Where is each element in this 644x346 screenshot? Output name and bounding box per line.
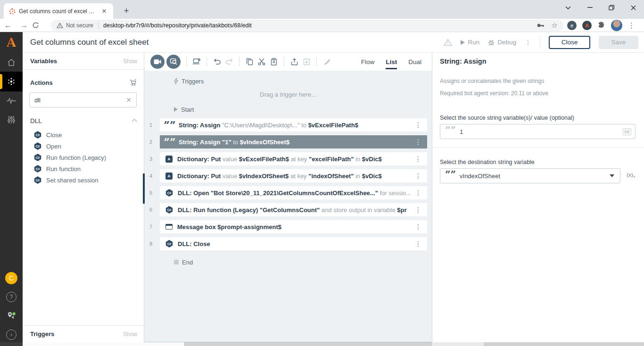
edit-disabled-button[interactable] — [321, 56, 333, 68]
password-key-icon[interactable] — [537, 23, 545, 28]
new-tab-button[interactable]: + — [120, 4, 133, 17]
capture-button[interactable] — [166, 55, 181, 69]
tab-close-icon[interactable]: ✕ — [100, 7, 108, 16]
row-menu-icon[interactable]: ⋮ — [413, 138, 423, 146]
action-row[interactable]: ””String: Assign "1" to $vIndexOfSheet$⋮ — [160, 135, 427, 148]
reload-button[interactable] — [32, 22, 48, 29]
string-quote-icon: ”” — [445, 173, 456, 176]
divider — [540, 37, 540, 48]
row-menu-icon[interactable]: ⋮ — [413, 172, 423, 180]
rail-activity-button[interactable] — [0, 91, 23, 110]
extension-automation-anywhere-icon[interactable]: A — [582, 21, 592, 30]
action-row[interactable]: Message box $prompt-assignment$⋮ — [160, 220, 427, 233]
profile-avatar[interactable] — [611, 20, 622, 31]
action-row[interactable]: C#DLL: Close⋮ — [160, 237, 427, 250]
rail-settings-button[interactable] — [0, 110, 23, 129]
horizontal-scrollbar[interactable] — [0, 342, 644, 346]
rail-user-avatar[interactable]: C — [0, 269, 23, 288]
divider — [239, 57, 239, 66]
browser-tab[interactable]: Get columns count of excel sheet ✕ — [4, 3, 113, 19]
canvas-scrollbar-thumb[interactable] — [143, 173, 145, 204]
bookmark-star-icon[interactable]: ☆ — [552, 21, 558, 30]
rail-home-button[interactable] — [0, 53, 23, 72]
rail-help-button[interactable]: ? — [0, 288, 23, 306]
window-minimize-button[interactable] — [579, 0, 601, 15]
dll-package-icon: C# — [34, 165, 41, 173]
window-menu-chevron-icon[interactable] — [557, 0, 579, 15]
browser-menu-icon[interactable]: ⋮ — [628, 21, 636, 30]
actions-search-input[interactable] — [34, 97, 126, 104]
insert-variable-icon[interactable]: (x) — [623, 128, 632, 135]
extension-e-icon[interactable]: e — [567, 21, 577, 30]
forward-button[interactable]: → — [16, 21, 32, 30]
paste-button[interactable] — [268, 56, 280, 68]
undo-button[interactable] — [211, 56, 223, 68]
extensions-puzzle-icon[interactable] — [597, 21, 605, 29]
redo-button[interactable] — [223, 56, 235, 68]
actions-search-field[interactable]: ✕ — [29, 92, 137, 107]
action-row-text: DLL: Close — [178, 240, 413, 247]
rail-actions-button[interactable] — [0, 72, 23, 91]
triggers-show-link[interactable]: Show — [123, 331, 137, 338]
view-tab-dual[interactable]: Dual — [408, 53, 421, 71]
debug-button[interactable]: Debug — [488, 39, 516, 46]
source-value-input[interactable] — [460, 128, 622, 135]
end-node[interactable]: End — [144, 258, 432, 266]
window-close-button[interactable] — [622, 0, 644, 15]
record-button[interactable] — [150, 55, 165, 69]
row-menu-icon[interactable]: ⋮ — [413, 121, 423, 129]
copy-button[interactable] — [243, 56, 256, 68]
action-row[interactable]: ADictionary: Put value $vIndexOfSheet$ a… — [160, 169, 427, 182]
detail-panel-description: Assigns or concatenates the given string… — [440, 78, 636, 84]
warning-triangle-icon — [444, 39, 452, 46]
dll-package-icon: C# — [34, 131, 41, 139]
string-assign-icon: ”” — [165, 138, 174, 146]
view-tab-list[interactable]: List — [386, 53, 397, 71]
source-value-field[interactable]: ”” (x) — [440, 124, 636, 139]
string-assign-icon: ”” — [165, 121, 174, 129]
dll-group-header[interactable]: DLL — [23, 116, 144, 125]
recorder-device-button[interactable] — [190, 56, 203, 68]
import-button[interactable] — [300, 56, 313, 68]
sidebar-action-item[interactable]: C#Run function (Legacy) — [23, 152, 144, 163]
create-variable-button[interactable]: (x)+ — [627, 172, 636, 179]
action-row[interactable]: ADictionary: Put value $vExcelFilePath$ … — [160, 152, 427, 165]
view-tab-flow[interactable]: Flow — [361, 53, 375, 71]
destination-variable-select[interactable]: ”” vIndexOfSheet — [440, 168, 620, 183]
sidebar-action-item[interactable]: C#Set shared session — [23, 174, 144, 186]
chevron-down-icon — [610, 174, 614, 177]
action-row[interactable]: C#DLL: Open "Bot Store\20_11_2021\GetCol… — [160, 186, 427, 199]
dll-icon: C# — [165, 206, 173, 214]
scrollbar-thumb[interactable] — [23, 342, 184, 346]
window-restore-button[interactable] — [601, 0, 622, 15]
sidebar-action-item[interactable]: C#Close — [23, 129, 144, 140]
automation-anywhere-logo[interactable]: A — [0, 32, 23, 53]
back-button[interactable]: ← — [0, 21, 16, 30]
row-menu-icon[interactable]: ⋮ — [413, 223, 423, 231]
row-number: 2 — [144, 139, 156, 145]
close-button[interactable]: Close — [549, 36, 590, 49]
cut-button[interactable] — [256, 56, 268, 68]
row-menu-icon[interactable]: ⋮ — [413, 155, 423, 163]
start-node[interactable]: Start — [144, 105, 432, 114]
row-menu-icon[interactable]: ⋮ — [413, 206, 423, 214]
row-menu-icon[interactable]: ⋮ — [413, 189, 423, 197]
address-bar[interactable]: Not secure desktop-tvbr7r9/#/bots/reposi… — [51, 20, 563, 31]
clear-search-icon[interactable]: ✕ — [126, 96, 132, 104]
divider — [284, 57, 284, 66]
action-row[interactable]: C#DLL: Run function (Legacy) "GetColumns… — [160, 203, 427, 216]
save-button[interactable]: Save — [599, 36, 638, 49]
rail-expand-button[interactable]: › — [0, 325, 23, 344]
export-button[interactable] — [288, 56, 300, 68]
triggers-lane[interactable]: Triggers — [144, 77, 432, 85]
more-options-icon[interactable]: ⋮ — [525, 39, 531, 46]
action-row[interactable]: ””String: Assign "C:\Users\Magdi\Desktop… — [160, 118, 427, 132]
row-menu-icon[interactable]: ⋮ — [413, 240, 423, 247]
bot-store-icon[interactable] — [129, 79, 137, 86]
sidebar-action-item[interactable]: C#Run function — [23, 163, 144, 174]
run-button[interactable]: Run — [461, 39, 479, 46]
rail-journey-button[interactable] — [0, 306, 23, 325]
sidebar-action-item[interactable]: C#Open — [23, 140, 144, 152]
divider — [316, 57, 317, 66]
variables-show-link[interactable]: Show — [123, 58, 137, 65]
